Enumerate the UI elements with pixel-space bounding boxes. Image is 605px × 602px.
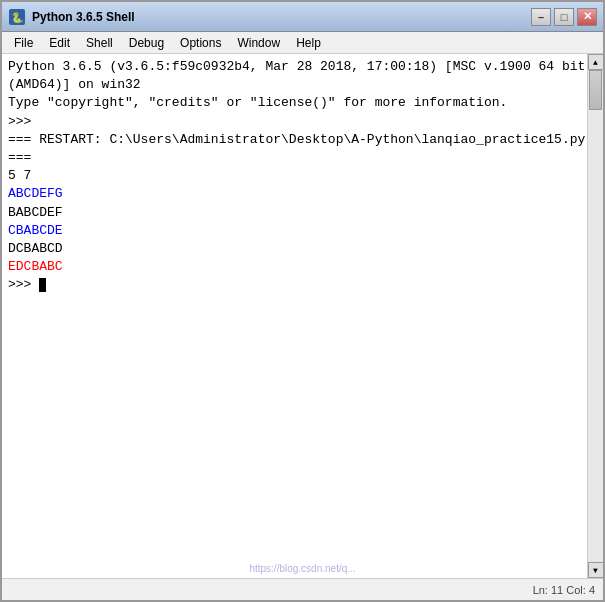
scrollbar-track[interactable] [588, 70, 603, 562]
scroll-down-button[interactable]: ▼ [588, 562, 604, 578]
shell-output[interactable]: Python 3.6.5 (v3.6.5:f59c0932b4, Mar 28 … [2, 54, 603, 578]
shell-line: DCBABCD [8, 240, 597, 258]
scroll-up-button[interactable]: ▲ [588, 54, 604, 70]
menu-options[interactable]: Options [172, 34, 229, 52]
menu-file[interactable]: File [6, 34, 41, 52]
menu-bar: File Edit Shell Debug Options Window Hel… [2, 32, 603, 54]
shell-line: EDCBABC [8, 258, 597, 276]
menu-debug[interactable]: Debug [121, 34, 172, 52]
shell-line: Type "copyright", "credits" or "license(… [8, 94, 597, 112]
menu-shell[interactable]: Shell [78, 34, 121, 52]
minimize-button[interactable]: – [531, 8, 551, 26]
menu-edit[interactable]: Edit [41, 34, 78, 52]
app-icon: 🐍 [8, 8, 26, 26]
title-bar: 🐍 Python 3.6.5 Shell – □ ✕ [2, 2, 603, 32]
close-button[interactable]: ✕ [577, 8, 597, 26]
shell-line: >>> [8, 113, 597, 131]
cursor-position: Ln: 11 Col: 4 [533, 584, 595, 596]
shell-line: === RESTART: C:\Users\Administrator\Desk… [8, 131, 597, 167]
maximize-button[interactable]: □ [554, 8, 574, 26]
scrollbar[interactable]: ▲ ▼ [587, 54, 603, 578]
shell-line: 5 7 [8, 167, 597, 185]
shell-line: CBABCDE [8, 222, 597, 240]
shell-line: BABCDEF [8, 204, 597, 222]
cursor-blink [39, 278, 46, 292]
status-bar: Ln: 11 Col: 4 [2, 578, 603, 600]
menu-window[interactable]: Window [229, 34, 288, 52]
shell-line: Python 3.6.5 (v3.6.5:f59c0932b4, Mar 28 … [8, 58, 597, 94]
window-controls: – □ ✕ [531, 8, 597, 26]
scrollbar-thumb[interactable] [589, 70, 602, 110]
main-window: 🐍 Python 3.6.5 Shell – □ ✕ File Edit She… [0, 0, 605, 602]
shell-line: ABCDEFG [8, 185, 597, 203]
menu-help[interactable]: Help [288, 34, 329, 52]
shell-content: Python 3.6.5 (v3.6.5:f59c0932b4, Mar 28 … [2, 54, 603, 578]
window-title: Python 3.6.5 Shell [32, 10, 531, 24]
shell-line: >>> [8, 276, 597, 294]
svg-text:🐍: 🐍 [11, 11, 24, 24]
